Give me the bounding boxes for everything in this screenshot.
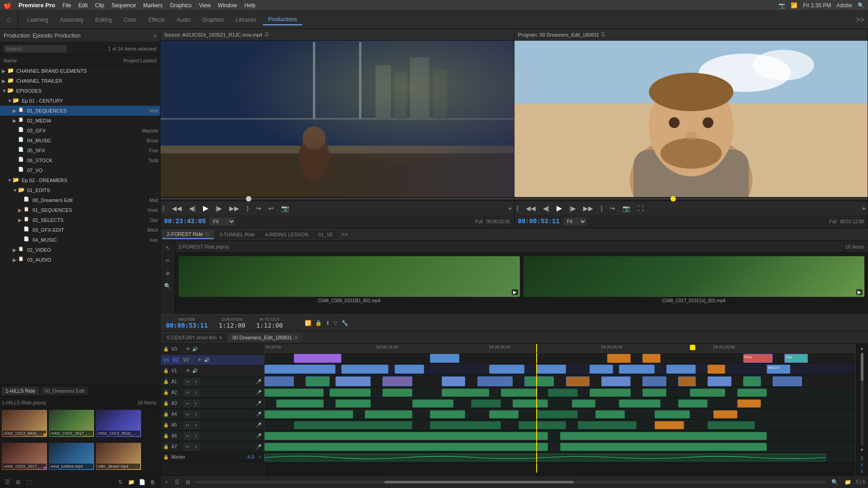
- clip-block[interactable]: [578, 421, 637, 429]
- list-item[interactable]: 📄 04_MUSIC Ivan: [0, 235, 160, 245]
- timeline-settings-button[interactable]: S: [860, 456, 863, 461]
- list-item[interactable]: ▶ 📁 CHANNEL TRAILER: [0, 76, 160, 86]
- track-mute-button[interactable]: M: [184, 389, 191, 396]
- timeline-scroll-up[interactable]: ▲: [860, 346, 864, 351]
- clip-block-audio[interactable]: [264, 454, 826, 461]
- tl-list-view-button[interactable]: ☰: [173, 478, 181, 486]
- new-bin-button[interactable]: 📁: [127, 478, 136, 487]
- list-item[interactable]: 📄 04_MUSIC Bruce: [0, 136, 160, 145]
- track-mute-button[interactable]: M: [184, 411, 191, 418]
- clip-block[interactable]: [382, 376, 412, 386]
- clip-tab-tunnel-ride[interactable]: 3-TUNNEL Ride: [215, 230, 259, 239]
- clip-block[interactable]: [442, 389, 489, 397]
- program-scrubber[interactable]: [514, 197, 868, 201]
- clip-block[interactable]: [430, 354, 459, 363]
- delete-button[interactable]: 🗑: [148, 478, 157, 487]
- clip-block[interactable]: [595, 410, 625, 418]
- clip-block[interactable]: [566, 376, 590, 386]
- sort-button[interactable]: ⇅: [116, 478, 125, 487]
- track-mute-button[interactable]: M: [184, 379, 191, 385]
- prog-mark-out-button[interactable]: ⟩: [599, 204, 604, 213]
- track-mute-button[interactable]: M: [184, 444, 191, 450]
- camera-button[interactable]: 📷: [279, 204, 291, 213]
- clip-block[interactable]: [524, 376, 554, 386]
- step-fwd-button[interactable]: ▶▶: [227, 204, 241, 213]
- list-item[interactable]: ▶ 📋 02_MEDIA: [0, 116, 160, 126]
- menu-sequence[interactable]: Sequence: [112, 2, 136, 9]
- thumbnail[interactable]: A002_C013_0916_R01.mp4: [96, 410, 141, 437]
- clip-block[interactable]: [548, 389, 577, 397]
- tab-productions[interactable]: Productions: [263, 14, 302, 25]
- more-workspaces-button[interactable]: >>: [852, 16, 868, 24]
- tl-add-track-button[interactable]: +: [163, 478, 170, 486]
- track-mute-button[interactable]: M: [184, 400, 191, 407]
- track-mute-button[interactable]: M: [184, 422, 191, 428]
- more-clip-tabs-button[interactable]: >>: [339, 231, 350, 238]
- clip-block[interactable]: [655, 410, 690, 418]
- clip-block[interactable]: [642, 389, 666, 397]
- list-item[interactable]: ▼ 📂 Ep 01 - CENTURY: [0, 96, 160, 106]
- thumbnail[interactable]: A002_C013_0916_R01.mp4: [2, 410, 47, 437]
- tl-search-button[interactable]: 🔍: [830, 478, 840, 486]
- list-item[interactable]: 📄 03_GFX Marjorie: [0, 126, 160, 136]
- clip-block[interactable]: [430, 410, 465, 418]
- clip-block[interactable]: [430, 421, 501, 429]
- clip-block[interactable]: [713, 410, 737, 418]
- track-solo-button[interactable]: S: [193, 379, 199, 385]
- clip-block[interactable]: [678, 399, 708, 408]
- clip-block[interactable]: [642, 354, 660, 363]
- overwrite-button[interactable]: ↩: [267, 204, 276, 213]
- clip-tab-forest-ride[interactable]: 2-FOREST Ride ☰: [162, 230, 214, 239]
- track-solo-button[interactable]: S: [193, 433, 199, 439]
- clip-block[interactable]: [737, 389, 767, 397]
- prog-mark-in-button[interactable]: ⟨: [514, 204, 520, 213]
- list-item[interactable]: 📄 05_SFX Fran: [0, 145, 160, 155]
- thumbnail[interactable]: A002_C02X_2017_0030_001.mp4: [2, 443, 47, 470]
- new-item-button[interactable]: 📄: [137, 478, 146, 487]
- clip-block[interactable]: [276, 399, 324, 408]
- clip-block[interactable]: [678, 376, 696, 386]
- menu-edit[interactable]: Edit: [78, 2, 88, 9]
- clip-tab-riding-lesson[interactable]: 4-RIDING LESSON: [260, 230, 313, 239]
- list-item[interactable]: 📄 06_STOCK Todd: [0, 155, 160, 165]
- clip-block[interactable]: [572, 399, 595, 408]
- timeline-scrollbar[interactable]: [861, 352, 863, 446]
- list-item[interactable]: ▶ 📋 01_SEQUENCES Vivek: [0, 205, 160, 215]
- tab-learning[interactable]: Learning: [22, 15, 54, 25]
- clip-block[interactable]: [737, 399, 761, 408]
- list-view-button[interactable]: ☰: [3, 478, 12, 487]
- clip-block[interactable]: [560, 443, 767, 451]
- track-solo-button[interactable]: S: [193, 444, 199, 450]
- prog-insert-button[interactable]: ↪: [608, 204, 617, 213]
- prog-step-fwd-button[interactable]: ▶▶: [581, 204, 595, 213]
- clip-block[interactable]: [590, 389, 631, 397]
- list-item[interactable]: 📄 03_GFX-EDIT Mitch: [0, 225, 160, 235]
- step-back-button[interactable]: ◀◀: [170, 204, 184, 213]
- clip-block[interactable]: [519, 421, 566, 429]
- clip-block[interactable]: [513, 399, 548, 408]
- clip-block[interactable]: A001C0: [767, 365, 790, 374]
- list-item[interactable]: ▶ 📁 CHANNEL BRAND ELEMENTS: [0, 66, 160, 76]
- clip-block[interactable]: [708, 376, 731, 386]
- clip-block[interactable]: [264, 389, 324, 397]
- clip-block[interactable]: [489, 410, 519, 418]
- clip-block[interactable]: Ora: [784, 354, 808, 363]
- icon-view-button[interactable]: ⊞: [14, 478, 23, 487]
- clip-block[interactable]: [501, 389, 536, 397]
- list-item[interactable]: ▼ 📂 EPISODES: [0, 86, 160, 96]
- list-item[interactable]: ▼ 📂 01_EDITS: [0, 185, 160, 195]
- track-mute-button[interactable]: M: [184, 433, 191, 439]
- clip-block[interactable]: [642, 376, 666, 386]
- clip-block[interactable]: [264, 376, 294, 386]
- clip-block[interactable]: [619, 399, 660, 408]
- clip-block[interactable]: [477, 376, 513, 386]
- mark-out-button[interactable]: ⟩: [245, 204, 250, 213]
- clip-block[interactable]: Fool: [743, 354, 773, 363]
- clip-block[interactable]: [536, 410, 577, 418]
- timeline-zoom-slider[interactable]: [195, 481, 826, 483]
- list-item[interactable]: 📄 00_Dreamers Edit Matt: [0, 195, 160, 205]
- apple-icon[interactable]: 🍎: [4, 2, 11, 9]
- menu-help[interactable]: Help: [245, 2, 256, 9]
- source-scrubber[interactable]: [160, 197, 514, 201]
- clip-block[interactable]: [607, 354, 631, 363]
